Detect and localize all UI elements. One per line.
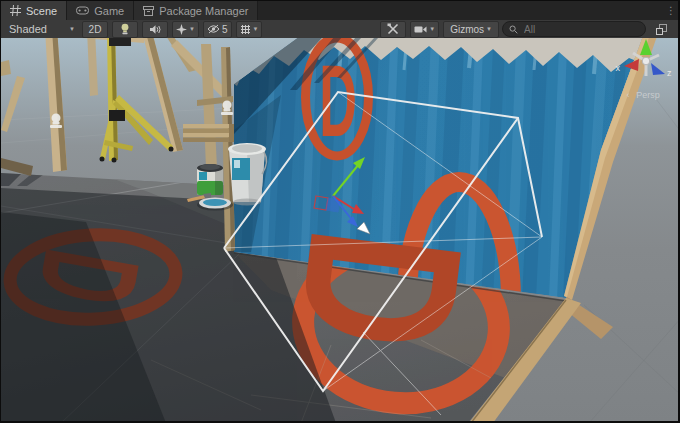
toggle-2d-button[interactable]: 2D bbox=[82, 21, 108, 38]
gizmos-label: Gizmos bbox=[450, 24, 484, 35]
tab-overflow-menu[interactable]: ⋮ bbox=[664, 1, 678, 20]
scene-viewport[interactable]: D bbox=[1, 38, 678, 421]
scene-audio-button[interactable] bbox=[142, 21, 168, 38]
axis-label-x: x bbox=[616, 63, 621, 73]
chevron-down-icon: ▼ bbox=[486, 26, 492, 32]
view-tool-settings-button[interactable] bbox=[380, 21, 406, 38]
effects-icon bbox=[176, 24, 187, 35]
draw-mode-label: Shaded bbox=[9, 23, 47, 35]
chevron-down-icon: ▼ bbox=[429, 26, 435, 32]
unity-editor-window: Scene Game Package Manager ⋮ Shaded ▼ 2D bbox=[0, 0, 680, 423]
gamepad-icon bbox=[76, 6, 89, 15]
tab-label: Package Manager bbox=[159, 5, 248, 17]
hidden-object-count: 5 bbox=[222, 24, 228, 35]
scene-grid-icon bbox=[10, 5, 21, 16]
grid-snap-icon bbox=[240, 24, 251, 35]
package-icon bbox=[143, 6, 154, 16]
tab-label: Game bbox=[94, 5, 124, 17]
camera-icon bbox=[414, 25, 427, 34]
light-icon bbox=[120, 23, 130, 35]
projection-label[interactable]: Persp bbox=[636, 90, 660, 100]
tab-game[interactable]: Game bbox=[67, 1, 134, 20]
tab-label: Scene bbox=[26, 5, 57, 17]
search-input[interactable] bbox=[522, 23, 639, 36]
axis-label-z: z bbox=[667, 68, 672, 78]
audio-icon bbox=[149, 24, 161, 35]
tab-bar: Scene Game Package Manager ⋮ bbox=[1, 1, 678, 20]
chevron-down-icon: ▼ bbox=[69, 26, 75, 32]
paint-can[interactable] bbox=[197, 164, 223, 195]
grid-snap-dropdown[interactable]: ▼ bbox=[236, 21, 263, 38]
scene-search-field[interactable] bbox=[502, 21, 646, 37]
scene-lighting-button[interactable] bbox=[112, 21, 138, 38]
gizmos-dropdown[interactable]: Gizmos ▼ bbox=[443, 21, 499, 38]
scene-visibility-button[interactable]: 5 bbox=[203, 21, 232, 38]
visibility-icon bbox=[207, 24, 220, 34]
overlays-button[interactable] bbox=[649, 22, 673, 37]
lumber-stack[interactable] bbox=[183, 124, 234, 142]
scene-effects-dropdown[interactable]: ▼ bbox=[172, 21, 199, 38]
tab-bar-empty bbox=[258, 1, 664, 20]
tools-icon bbox=[387, 23, 399, 35]
tab-package-manager[interactable]: Package Manager bbox=[134, 1, 258, 20]
scene-view-toolbar: Shaded ▼ 2D ▼ 5 bbox=[1, 20, 678, 38]
search-icon bbox=[509, 25, 518, 34]
tab-scene[interactable]: Scene bbox=[1, 1, 67, 20]
chevron-down-icon: ▼ bbox=[189, 26, 195, 32]
projection-arrow: ‹ bbox=[627, 90, 630, 100]
chevron-down-icon: ▼ bbox=[253, 26, 259, 32]
draw-mode-dropdown[interactable]: Shaded ▼ bbox=[5, 22, 79, 37]
overlays-icon bbox=[656, 24, 667, 35]
scene-camera-dropdown[interactable]: ▼ bbox=[410, 21, 439, 38]
